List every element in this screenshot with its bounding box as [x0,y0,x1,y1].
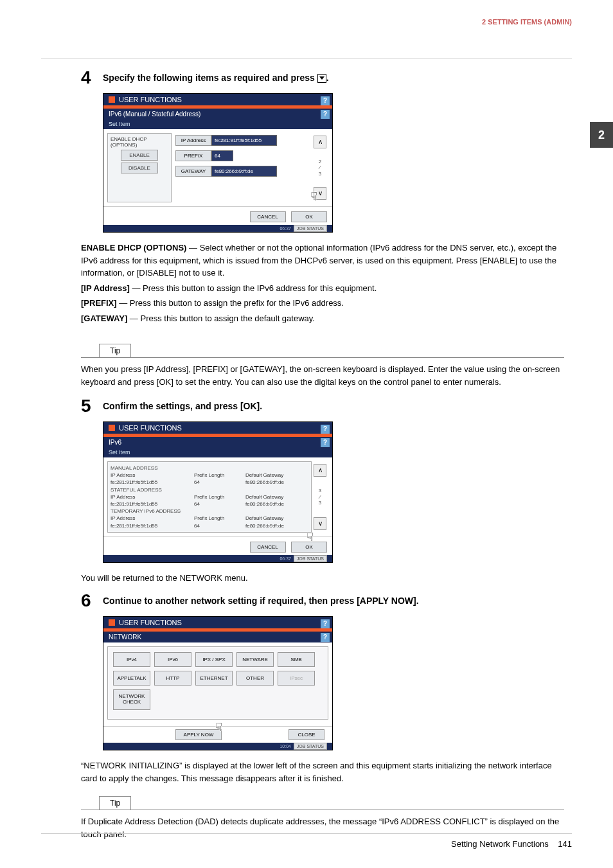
net-netware-button[interactable]: NETWARE [236,652,274,667]
step-title-pre: Specify the following items as required … [103,73,317,83]
net-networkcheck-button[interactable]: NETWORK CHECK [113,689,150,710]
panel-title-bar: USER FUNCTIONS ? [103,422,332,437]
tip-label: Tip [99,796,131,810]
status-time: 10:04 [280,744,291,748]
section-head: TEMPORARY IPv6 ADDRESS [111,508,308,515]
net-ipv4-button[interactable]: IPv4 [113,652,150,667]
step-number: 5 [81,396,103,416]
section-head: MANUAL ADDRESS [111,465,308,472]
status-time: 06:37 [280,556,291,561]
ip-address-value: fe:281:91ff:fe5f:1d55 [211,135,277,146]
panel-subtitle-text: IPv6 [109,439,121,446]
help-icon[interactable]: ? [321,110,330,119]
address-list-card: MANUAL ADDRESS IP AddressPrefix LengthDe… [107,461,312,533]
help-icon[interactable]: ? [321,425,330,434]
scroll-up-button[interactable]: ∧ [314,136,326,148]
step-title: Specify the following items as required … [103,70,329,83]
tip-rule [81,810,564,810]
ip-address-button[interactable]: IP Address [175,135,211,146]
job-status-button[interactable]: JOB STATUS [294,225,327,232]
panel-title: USER FUNCTIONS [119,619,182,626]
step4-descriptions: ENABLE DHCP (OPTIONS) — Select whether o… [81,242,564,324]
panel-title-bar: USER FUNCTIONS ? [103,617,332,632]
screenshot-step5: USER FUNCTIONS ? IPv6 ? Set Item MANUAL … [103,421,564,563]
panel-subtitle-text: NETWORK [109,633,141,641]
status-time: 06:37 [280,226,291,231]
net-ipxspx-button[interactable]: IPX / SPX [195,652,233,667]
panel-title-icon [109,425,115,431]
page-indicator: 3⁄3 [319,488,321,506]
panel-subtitle: NETWORK ? [103,632,332,642]
ok-button[interactable]: OK [291,211,327,222]
desc-dhcp-label: ENABLE DHCP (OPTIONS) [81,243,186,252]
step-title-post: . [326,73,329,83]
step5-after-text: You will be returned to the NETWORK menu… [81,572,564,585]
section-header: 2 SETTING ITEMS (ADMIN) [41,18,572,26]
tip-rule [81,357,564,358]
step6-after-text: “NETWORK INITIALIZING” is displayed at t… [81,759,564,784]
screenshot-step4: USER FUNCTIONS ? IPv6 (Manual / Stateful… [103,93,564,233]
help-icon[interactable]: ? [321,633,330,642]
status-bar: 10:04 JOB STATUS [103,743,332,750]
help-icon[interactable]: ? [321,438,330,447]
enable-button[interactable]: ENABLE [121,150,158,161]
step-title: Confirm the settings, and press [OK]. [103,398,262,411]
page-footer: Setting Network Functions 141 [41,833,572,849]
desc-prefix-text: — Press this button to assign the prefix… [117,298,344,308]
net-http-button[interactable]: HTTP [154,671,191,686]
section-head: STATEFUL ADDRESS [111,486,308,493]
status-bar: 06:37 JOB STATUS [103,225,332,232]
job-status-button[interactable]: JOB STATUS [294,555,327,562]
net-smb-button[interactable]: SMB [278,652,315,667]
panel-title: USER FUNCTIONS [119,96,182,103]
net-ipv6-button[interactable]: IPv6 [154,652,191,667]
help-icon[interactable]: ? [321,619,330,628]
chapter-tab: 2 [590,122,613,148]
apply-now-button[interactable]: APPLY NOW [175,729,222,740]
step-number: 4 [81,67,103,88]
desc-gateway-text: — Press this button to assign the defaul… [127,314,315,323]
cancel-button[interactable]: CANCEL [250,211,286,222]
dhcp-card-label: ENABLE DHCP (OPTIONS) [111,136,168,148]
desc-ip-text: — Press this button to assign the IPv6 a… [130,283,377,293]
job-status-button[interactable]: JOB STATUS [294,743,327,750]
ok-button[interactable]: OK [291,542,327,553]
scroll-down-button[interactable]: ∨ [314,187,326,200]
footer-section: Setting Network Functions [451,839,549,849]
step-number: 6 [81,590,103,611]
help-icon[interactable]: ? [321,96,330,105]
tip-label: Tip [99,344,131,357]
footer-page: 141 [558,839,572,849]
desc-prefix-label: [PREFIX] [81,298,117,308]
panel-title-bar: USER FUNCTIONS ? [103,94,332,109]
scroll-column: ∧ 3⁄3 ∨ [312,461,328,533]
scroll-column: ∧ 2⁄3 ∨ [312,133,328,202]
panel-subtitle-text: IPv6 (Manual / Stateful Address) [109,111,200,118]
step-title: Continue to another network setting if r… [103,593,419,606]
net-other-button[interactable]: OTHER [236,671,274,686]
dhcp-options-card: ENABLE DHCP (OPTIONS) ENABLE DISABLE [107,133,172,202]
disable-button[interactable]: DISABLE [121,163,158,173]
gateway-button[interactable]: GATEWAY [175,166,211,177]
status-bar: 06:37 JOB STATUS [103,555,332,562]
top-rule [41,58,572,58]
net-ipsec-button[interactable]: IPsec [278,671,315,686]
desc-ip-label: [IP Address] [81,283,130,293]
cancel-button[interactable]: CANCEL [250,542,286,553]
page-indicator: 2⁄3 [319,159,321,177]
network-button-grid: IPv4 IPv6 IPX / SPX NETWARE SMB APPLETAL… [107,646,328,720]
net-appletalk-button[interactable]: APPLETALK [113,671,150,686]
field-column: IP Addressfe:281:91ff:fe5f:1d55 PREFIX64… [175,133,277,202]
prefix-button[interactable]: PREFIX [175,150,211,161]
scroll-up-button[interactable]: ∧ [314,464,326,477]
scroll-down-button[interactable]: ∨ [314,517,326,530]
panel-title: USER FUNCTIONS [119,424,182,432]
step-5: 5 Confirm the settings, and press [OK]. [81,398,564,416]
panel-footer: CANCEL OK [103,206,332,225]
close-button[interactable]: CLOSE [289,729,324,740]
prefix-value: 64 [211,150,233,161]
panel-footer: APPLY NOW CLOSE [103,726,332,743]
net-ethernet-button[interactable]: ETHERNET [195,671,233,686]
step-6: 6 Continue to another network setting if… [81,593,564,611]
set-item-label: Set Item [103,120,332,129]
